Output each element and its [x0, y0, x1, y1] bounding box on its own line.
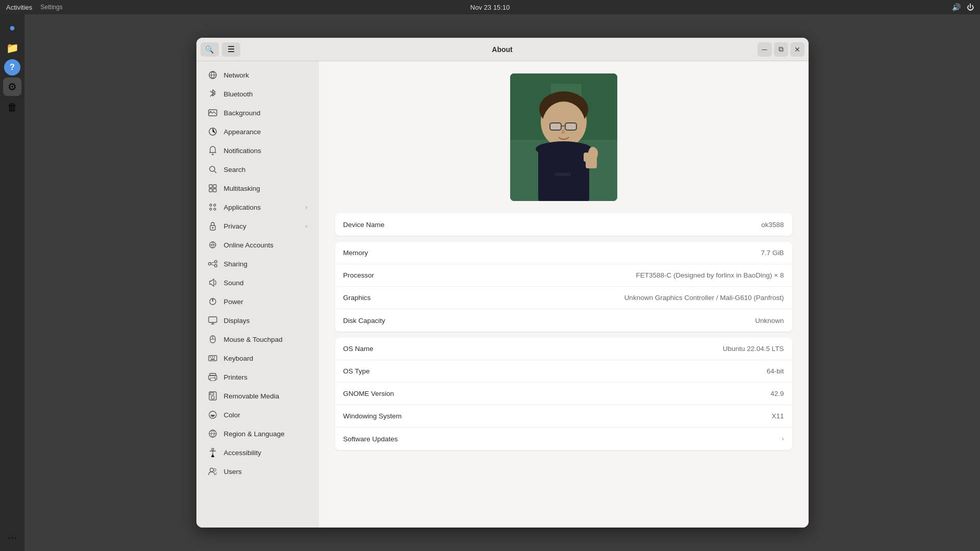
software-updates-row[interactable]: Software Updates › — [335, 428, 792, 450]
displays-icon — [208, 315, 218, 325]
memory-value: 7.7 GiB — [761, 249, 784, 257]
sidebar-item-sound-label: Sound — [224, 279, 244, 287]
privacy-icon — [208, 221, 218, 231]
avatar-section: ⬡⬡⬡⬡⬡ — [335, 73, 792, 201]
svg-point-22 — [214, 265, 217, 267]
sidebar-item-accessibility[interactable]: Accessibility — [199, 443, 316, 462]
app-label: Settings — [40, 4, 62, 11]
home-icon[interactable]: ● — [3, 18, 21, 37]
sidebar-item-users-label: Users — [224, 468, 242, 475]
sound-icon — [208, 278, 218, 288]
svg-rect-9 — [209, 185, 212, 188]
os-type-row: OS Type 64-bit — [335, 360, 792, 383]
apps-grid-icon[interactable]: ⋯ — [3, 529, 21, 547]
svg-line-8 — [214, 171, 216, 173]
close-button[interactable]: ✕ — [790, 42, 805, 57]
hardware-card: Memory 7.7 GiB Processor FET3588-C (Desi… — [335, 242, 792, 332]
sidebar-item-printers[interactable]: Printers — [199, 368, 316, 386]
files-icon[interactable]: 📁 — [3, 39, 21, 57]
sidebar-item-power[interactable]: Power — [199, 292, 316, 311]
sidebar-item-displays-label: Displays — [224, 317, 250, 324]
topbar: Activities Settings Nov 23 15:10 🔊 ⏻ — [0, 0, 980, 14]
svg-point-43 — [211, 396, 214, 399]
sidebar-item-bluetooth[interactable]: Bluetooth — [199, 85, 316, 103]
sidebar-item-notifications[interactable]: Notifications — [199, 141, 316, 160]
topbar-right: 🔊 ⏻ — [952, 3, 974, 11]
removable-media-icon — [208, 391, 218, 401]
svg-rect-65 — [584, 153, 589, 162]
sidebar-item-region-language[interactable]: Region & Language — [199, 424, 316, 443]
restore-button[interactable]: ⧉ — [774, 42, 788, 57]
sidebar-item-sharing[interactable]: Sharing — [199, 255, 316, 273]
privacy-chevron-icon: › — [306, 223, 308, 229]
sharing-icon — [208, 259, 218, 269]
sidebar-item-background[interactable]: Background — [199, 104, 316, 122]
mouse-icon — [208, 334, 218, 344]
users-icon — [208, 466, 218, 477]
search-button[interactable]: 🔍 — [200, 42, 219, 57]
sidebar-item-displays[interactable]: Displays — [199, 311, 316, 330]
sidebar-item-applications[interactable]: Applications › — [199, 198, 316, 216]
processor-value: FET3588-C (Designed by forlinx in BaoDin… — [636, 271, 784, 279]
sidebar-item-search[interactable]: Search — [199, 160, 316, 179]
svg-point-7 — [210, 166, 215, 171]
sidebar-item-printers-label: Printers — [224, 373, 248, 381]
memory-row: Memory 7.7 GiB — [335, 242, 792, 264]
sidebar-item-removable-media[interactable]: Removable Media — [199, 387, 316, 405]
sidebar-item-online-accounts[interactable]: Online Accounts — [199, 236, 316, 254]
titlebar-right: ─ ⧉ ✕ — [758, 42, 805, 57]
sidebar-item-bluetooth-label: Bluetooth — [224, 90, 253, 98]
svg-point-13 — [210, 204, 212, 206]
svg-rect-37 — [211, 359, 215, 360]
svg-point-48 — [212, 448, 214, 450]
online-accounts-icon — [208, 240, 218, 250]
titlebar-left: 🔍 ☰ — [200, 42, 240, 57]
sidebar-item-region-language-label: Region & Language — [224, 430, 285, 438]
svg-rect-59 — [550, 123, 561, 130]
sidebar-item-color[interactable]: Color — [199, 406, 316, 424]
help-icon[interactable]: ? — [4, 59, 20, 76]
settings-icon[interactable]: ⚙ — [3, 78, 21, 96]
device-name-card: Device Name ok3588 — [335, 213, 792, 236]
disk-capacity-label: Disk Capacity — [343, 317, 386, 324]
sidebar-item-appearance[interactable]: Appearance — [199, 122, 316, 141]
volume-icon[interactable]: 🔊 — [952, 3, 961, 11]
sidebar-item-keyboard[interactable]: Keyboard — [199, 349, 316, 367]
graphics-label: Graphics — [343, 294, 371, 302]
svg-point-49 — [210, 468, 213, 472]
sidebar-item-mouse-touchpad[interactable]: Mouse & Touchpad — [199, 330, 316, 348]
sidebar-item-multitasking-label: Multitasking — [224, 185, 260, 192]
minimize-button[interactable]: ─ — [758, 42, 772, 57]
sidebar-item-users[interactable]: Users — [199, 462, 316, 481]
sidebar-item-sound[interactable]: Sound — [199, 273, 316, 292]
sidebar-item-privacy[interactable]: Privacy › — [199, 217, 316, 235]
svg-point-14 — [214, 204, 216, 206]
avatar[interactable]: ⬡⬡⬡⬡⬡ — [510, 73, 617, 201]
svg-point-20 — [208, 263, 211, 265]
applications-icon — [208, 202, 218, 212]
activities-label[interactable]: Activities — [6, 4, 32, 11]
svg-point-63 — [536, 141, 592, 157]
trash-icon[interactable]: 🗑 — [3, 98, 21, 116]
sidebar-item-multitasking[interactable]: Multitasking — [199, 179, 316, 197]
region-language-icon — [208, 429, 218, 439]
svg-line-23 — [211, 262, 215, 264]
menu-button[interactable]: ☰ — [222, 42, 240, 57]
svg-point-21 — [214, 261, 217, 263]
printers-icon — [208, 372, 218, 382]
svg-rect-36 — [214, 357, 215, 358]
power-icon[interactable]: ⏻ — [967, 3, 974, 11]
disk-capacity-value: Unknown — [755, 317, 784, 324]
bluetooth-icon — [208, 89, 218, 99]
notifications-icon — [208, 145, 218, 156]
sidebar-item-applications-label: Applications — [224, 204, 261, 211]
svg-rect-60 — [565, 123, 576, 130]
sidebar-item-appearance-label: Appearance — [224, 128, 261, 136]
topbar-center: Nov 23 15:10 — [470, 4, 510, 11]
power-sidebar-icon — [208, 296, 218, 307]
sidebar-item-network[interactable]: Network — [199, 66, 316, 84]
svg-point-41 — [214, 377, 215, 378]
sidebar-item-online-accounts-label: Online Accounts — [224, 241, 274, 249]
device-name-label: Device Name — [343, 221, 385, 229]
sidebar-item-privacy-label: Privacy — [224, 222, 246, 230]
